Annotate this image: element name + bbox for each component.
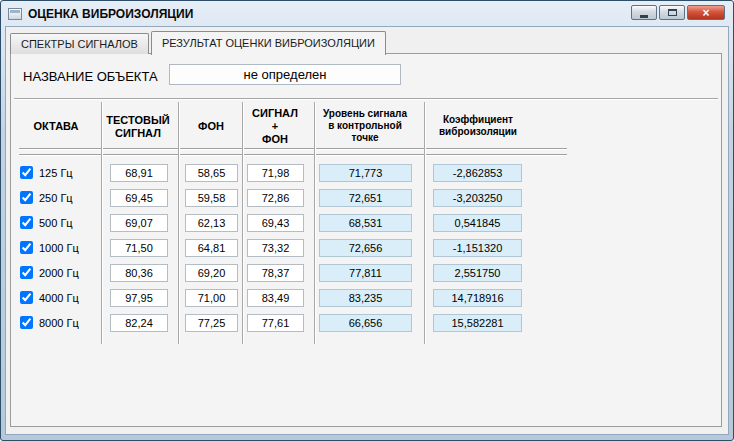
close-icon: × [702, 7, 709, 19]
isolation-coefficient-field [433, 189, 522, 207]
test-signal-field[interactable] [110, 289, 168, 307]
octave-label: 4000 Гц [39, 292, 79, 304]
isolation-coefficient-field [433, 164, 522, 182]
maximize-button[interactable] [659, 5, 685, 20]
client-area: СПЕКТРЫ СИГНАЛОВ РЕЗУЛЬТАТ ОЦЕНКИ ВИБРОИ… [5, 26, 729, 435]
header-background: ФОН [186, 120, 236, 133]
table-row: 1000 Гц [11, 237, 721, 262]
control-point-level-field [319, 314, 412, 332]
isolation-coefficient-field [433, 264, 522, 282]
octave-label: 8000 Гц [39, 317, 79, 329]
test-signal-field[interactable] [110, 189, 168, 207]
background-field[interactable] [185, 164, 238, 182]
signal-plus-background-field[interactable] [247, 264, 304, 282]
test-signal-field[interactable] [110, 164, 168, 182]
test-signal-field[interactable] [110, 264, 168, 282]
octave-checkbox[interactable] [20, 166, 33, 179]
window-title: ОЦЕНКА ВИБРОИЗОЛЯЦИИ [28, 7, 193, 21]
table-row: 2000 Гц [11, 262, 721, 287]
control-point-level-field [319, 164, 412, 182]
octave-checkbox[interactable] [20, 241, 33, 254]
close-button[interactable]: × [687, 5, 725, 20]
signal-plus-background-field[interactable] [247, 289, 304, 307]
octave-label: 250 Гц [39, 192, 73, 204]
object-name-input[interactable] [169, 64, 401, 85]
titlebar[interactable]: ОЦЕНКА ВИБРОИЗОЛЯЦИИ [1, 1, 733, 26]
table-row: 8000 Гц [11, 312, 721, 337]
background-field[interactable] [185, 214, 238, 232]
signal-plus-background-field[interactable] [247, 239, 304, 257]
window-controls: × [631, 5, 725, 20]
control-point-level-field [319, 289, 412, 307]
control-point-level-field [319, 214, 412, 232]
header-signal-plus-background: СИГНАЛ + ФОН [245, 107, 305, 146]
signal-plus-background-field[interactable] [247, 164, 304, 182]
table-row: 500 Гц [11, 212, 721, 237]
header-test-signal: ТЕСТОВЫЙ СИГНАЛ [103, 114, 173, 140]
test-signal-field[interactable] [110, 214, 168, 232]
minimize-button[interactable] [631, 5, 657, 20]
background-field[interactable] [185, 289, 238, 307]
signal-plus-background-field[interactable] [247, 214, 304, 232]
octave-label: 1000 Гц [39, 242, 79, 254]
octave-checkbox[interactable] [20, 216, 33, 229]
octave-label: 125 Гц [39, 167, 73, 179]
background-field[interactable] [185, 189, 238, 207]
header-isolation-coefficient: Коэффициент виброизоляции [426, 114, 530, 138]
control-point-level-field [319, 239, 412, 257]
control-point-level-field [319, 189, 412, 207]
test-signal-field[interactable] [110, 239, 168, 257]
header-control-point-level: Уровень сигнала в контрольной точке [313, 108, 417, 143]
control-point-level-field [319, 264, 412, 282]
tab-signal-spectra[interactable]: СПЕКТРЫ СИГНАЛОВ [10, 33, 149, 54]
minimize-icon [640, 15, 648, 18]
maximize-icon [668, 9, 677, 16]
window-icon[interactable] [8, 8, 22, 20]
object-name-label: НАЗВАНИЕ ОБЪЕКТА [23, 69, 158, 84]
background-field[interactable] [185, 264, 238, 282]
isolation-coefficient-field [433, 239, 522, 257]
octave-checkbox[interactable] [20, 266, 33, 279]
results-tab-page: НАЗВАНИЕ ОБЪЕКТА ОКТАВА ТЕСТОВЫЙ СИГНАЛ … [10, 53, 722, 427]
header-octave: ОКТАВА [19, 120, 93, 133]
background-field[interactable] [185, 239, 238, 257]
octave-checkbox[interactable] [20, 291, 33, 304]
background-field[interactable] [185, 314, 238, 332]
table-row: 125 Гц [11, 162, 721, 187]
test-signal-field[interactable] [110, 314, 168, 332]
tab-strip: СПЕКТРЫ СИГНАЛОВ РЕЗУЛЬТАТ ОЦЕНКИ ВИБРОИ… [10, 31, 388, 54]
table-row: 4000 Гц [11, 287, 721, 312]
isolation-coefficient-field [433, 314, 522, 332]
octave-table: 125 Гц 250 Гц [11, 162, 721, 337]
octave-checkbox[interactable] [20, 316, 33, 329]
tab-isolation-results[interactable]: РЕЗУЛЬТАТ ОЦЕНКИ ВИБРОИЗОЛЯЦИИ [151, 31, 386, 55]
table-row: 250 Гц [11, 187, 721, 212]
octave-label: 500 Гц [39, 217, 73, 229]
isolation-coefficient-field [433, 289, 522, 307]
horizontal-separator [14, 98, 718, 100]
octave-checkbox[interactable] [20, 191, 33, 204]
octave-label: 2000 Гц [39, 267, 79, 279]
signal-plus-background-field[interactable] [247, 314, 304, 332]
isolation-coefficient-field [433, 214, 522, 232]
signal-plus-background-field[interactable] [247, 189, 304, 207]
app-window: ОЦЕНКА ВИБРОИЗОЛЯЦИИ × СПЕКТРЫ СИГНАЛОВ … [0, 0, 734, 441]
